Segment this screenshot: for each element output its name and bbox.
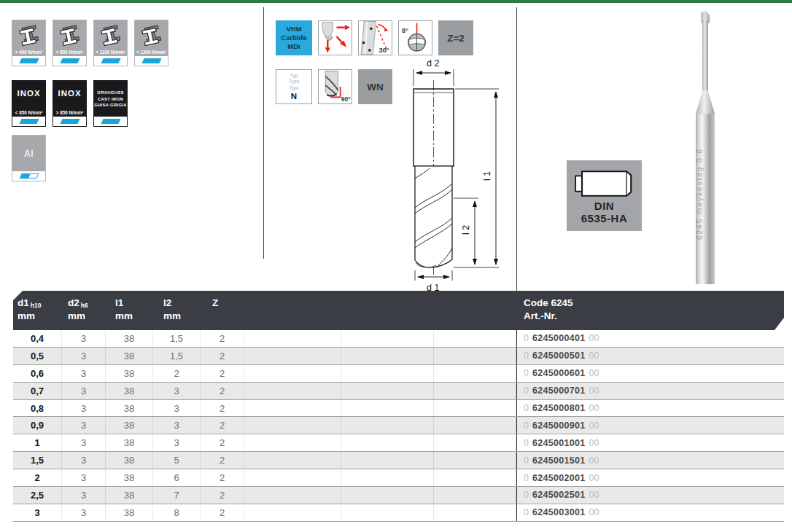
cell-spacer	[341, 434, 434, 451]
code-suffix: 00	[589, 490, 599, 500]
chip-strip	[53, 117, 86, 126]
cell-d2: 3	[62, 469, 106, 486]
cell-z: 2	[201, 365, 244, 382]
cell-spacer	[244, 417, 341, 434]
code-prefix: 0	[524, 368, 529, 378]
chip-parallelogram-icon	[60, 119, 79, 124]
cell-l1: 38	[106, 417, 153, 434]
table-header: d1h10 mm d2h6 mm l1 mm l2 mm Z Code 6245…	[13, 291, 784, 330]
cell-article-number: 0 6245000601 00	[516, 365, 784, 382]
cell-d1: 3	[13, 504, 62, 521]
cell-d1: 1	[13, 434, 62, 451]
cast-iron-label-en: CAST IRON	[94, 97, 127, 101]
cell-z: 2	[201, 383, 244, 399]
cell-article-number: 0 6245003001 00	[516, 504, 784, 521]
code-suffix: 00	[589, 368, 599, 378]
column-header-d2: d2h6 mm	[62, 291, 106, 330]
cell-z: 2	[201, 400, 244, 417]
din-norm-label: DIN 6535-HA	[581, 200, 628, 224]
cell-article-number: 0 6245001001 00	[516, 434, 784, 451]
code-prefix: 0	[524, 438, 529, 448]
type-label-de: Typ	[290, 73, 298, 79]
cell-d2: 3	[62, 383, 106, 399]
code-suffix: 00	[589, 473, 599, 483]
top-accent-bar	[0, 0, 792, 3]
cell-spacer	[434, 400, 516, 417]
cell-d2: 3	[62, 400, 106, 417]
cell-spacer	[341, 365, 434, 382]
tool-photo-taper	[696, 90, 715, 114]
table-row: 0,7 3 38 3 2 0 6245000701 00	[13, 383, 784, 400]
cell-z: 2	[201, 504, 244, 521]
cell-d2: 3	[62, 365, 106, 382]
flute-count-label: Z=2	[447, 33, 465, 44]
chip-strip	[135, 56, 168, 66]
cell-spacer	[434, 330, 516, 347]
cell-l2: 7	[153, 487, 201, 504]
material-badge-steel: < 1300 N/mm²	[134, 20, 168, 66]
cell-d2: 3	[62, 417, 106, 434]
code-prefix: 0	[524, 473, 529, 483]
code-prefix: 0	[524, 490, 529, 500]
table-row: 0,4 3 38 1,5 2 0 6245000401 00	[13, 330, 784, 348]
code-suffix: 00	[589, 386, 599, 396]
cell-d1: 0,8	[13, 400, 62, 417]
table-row: 0,9 3 38 3 2 0 6245000901 00	[13, 417, 784, 434]
code-main: 6245001501	[532, 455, 586, 466]
cell-l1: 38	[106, 434, 153, 451]
vhm-carbide-label: VHM Carbide MDI	[281, 25, 306, 51]
cell-l1: 38	[106, 348, 153, 364]
chip-parallelogram-icon	[101, 58, 120, 63]
cell-article-number: 0 6245000701 00	[516, 383, 784, 399]
cell-d1: 0,7	[13, 383, 62, 399]
code-main: 6245003001	[532, 507, 586, 517]
ibeam-icon	[94, 20, 127, 48]
cell-spacer	[434, 365, 516, 382]
cell-d1: 2,5	[13, 487, 62, 504]
material-badge-label: < 850 N/mm²	[53, 48, 86, 56]
code-prefix: 0	[524, 351, 529, 361]
cell-d1: 0,4	[13, 330, 62, 347]
cell-d2: 3	[62, 504, 106, 521]
cast-iron-label-it: GHISA GRIGIA	[94, 103, 127, 107]
cell-article-number: 0 6245002001 00	[516, 469, 784, 486]
table-row: 1 3 38 3 2 0 6245001001 00	[13, 434, 784, 452]
cell-z: 2	[201, 487, 244, 504]
cast-iron-labels: GRAUGUSS CAST IRON GHISA GRIGIA	[94, 81, 127, 117]
cell-l2: 1,5	[153, 330, 201, 347]
angle-30-label: 30°	[379, 47, 389, 54]
tool-photo-neck	[702, 20, 708, 90]
code-prefix: 0	[524, 386, 529, 396]
flute-count-badge: Z=2	[438, 20, 473, 55]
cell-l2: 3	[153, 434, 201, 451]
type-value: N	[291, 92, 297, 101]
cell-d1: 0,9	[13, 417, 62, 434]
chip-parallelogram-icon	[19, 119, 39, 124]
cell-spacer	[341, 400, 434, 417]
code-prefix: 0	[524, 507, 529, 517]
table-row: 0,5 3 38 1,5 2 0 6245000501 00	[13, 348, 784, 365]
cell-spacer	[244, 365, 341, 382]
code-suffix: 00	[589, 438, 599, 448]
code-main: 6245000401	[532, 333, 586, 343]
column-header-spacer	[244, 291, 516, 330]
table-row: 0,8 3 38 3 2 0 6245000801 00	[13, 400, 784, 418]
material-badge-steel: < 850 N/mm²	[53, 20, 87, 66]
shank-profile-icon	[571, 167, 638, 200]
chip-strip	[12, 171, 45, 181]
chip-parallelogram-icon	[101, 119, 120, 124]
tool-photo-shank: 6245 maykestag 0.6	[696, 114, 715, 284]
cell-article-number: 0 6245000401 00	[516, 330, 784, 347]
section-divider-right	[516, 7, 517, 291]
cell-article-number: 0 6245001501 00	[516, 452, 784, 469]
inox-title: INOX	[53, 89, 86, 109]
cell-spacer	[434, 348, 516, 364]
chip-parallelogram-icon	[60, 58, 79, 63]
column-header-code: Code 6245 Art.-Nr.	[516, 291, 784, 330]
cell-d2: 3	[62, 452, 106, 469]
code-prefix: 0	[524, 455, 529, 466]
material-badge-aluminium: Al	[12, 135, 46, 181]
material-badge-inox: INOX > 850 N/mm²	[53, 80, 87, 127]
vhm-carbide-badge: VHM Carbide MDI	[276, 20, 312, 55]
cell-z: 2	[201, 330, 244, 347]
